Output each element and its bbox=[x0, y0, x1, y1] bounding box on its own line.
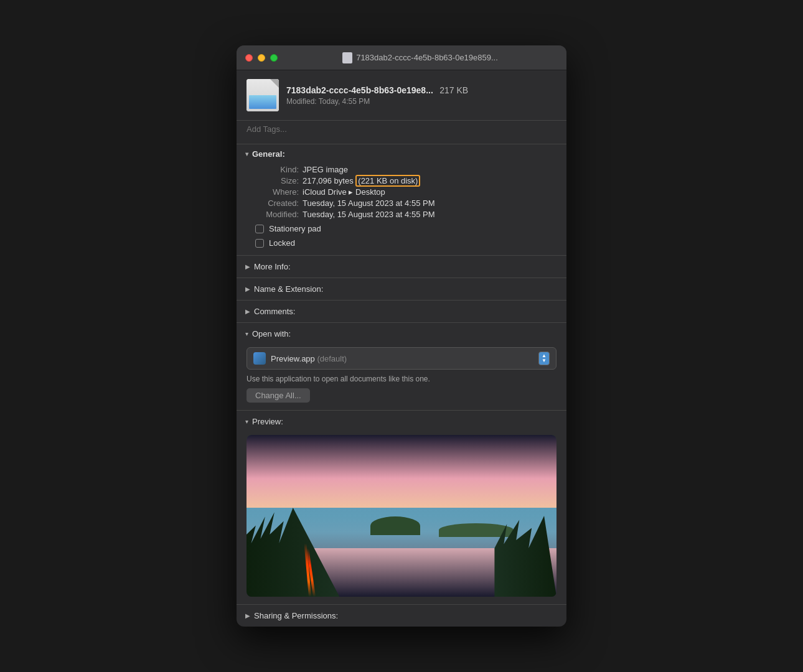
chevron-right-icon: ▶ bbox=[245, 286, 250, 292]
app-selector[interactable]: Preview.app (default) ▲ ▼ bbox=[247, 347, 556, 370]
kind-value: JPEG image bbox=[303, 165, 348, 174]
file-header: 7183dab2-cccc-4e5b-8b63-0e19e8... 217 KB… bbox=[237, 70, 566, 121]
modified-row: Modified: Tuesday, 15 August 2023 at 4:5… bbox=[249, 210, 554, 219]
sharing-label: Sharing & Permissions: bbox=[254, 611, 338, 620]
file-title-icon bbox=[342, 52, 352, 63]
file-info: 7183dab2-cccc-4e5b-8b63-0e19e8... 217 KB… bbox=[286, 85, 556, 106]
app-default-text: (default) bbox=[317, 354, 347, 363]
open-with-label: Open with: bbox=[252, 329, 291, 338]
modified-value: Tuesday, 15 August 2023 at 4:55 PM bbox=[303, 210, 434, 219]
tags-section[interactable] bbox=[244, 121, 559, 138]
preview-image bbox=[247, 435, 556, 597]
stationery-pad-label: Stationery pad bbox=[269, 224, 321, 233]
name-extension-section: ▶ Name & Extension: bbox=[237, 278, 566, 300]
general-section: ▾ General: Kind: JPEG image Size: 217,09… bbox=[237, 144, 566, 255]
size-value: 217,096 bytes (221 KB on disk) bbox=[303, 176, 420, 185]
sharing-section: ▶ Sharing & Permissions: bbox=[237, 604, 566, 627]
kind-row: Kind: JPEG image bbox=[249, 165, 554, 174]
maximize-button[interactable] bbox=[270, 54, 278, 62]
island-1 bbox=[370, 516, 420, 535]
file-icon-fold bbox=[270, 79, 279, 88]
app-name: Preview.app (default) bbox=[271, 354, 533, 363]
general-section-header[interactable]: ▾ General: bbox=[237, 144, 566, 164]
general-section-content: Kind: JPEG image Size: 217,096 bytes (22… bbox=[237, 164, 566, 255]
open-with-content: Preview.app (default) ▲ ▼ Use this appli… bbox=[237, 345, 566, 410]
created-label: Created: bbox=[249, 198, 299, 208]
where-label: Where: bbox=[249, 187, 299, 197]
locked-row[interactable]: Locked bbox=[255, 238, 554, 248]
window-title: 7183dab2-cccc-4e5b-8b63-0e19e859... bbox=[283, 52, 558, 63]
file-icon-preview bbox=[249, 95, 276, 109]
name-extension-header[interactable]: ▶ Name & Extension: bbox=[237, 278, 566, 300]
size-bytes: 217,096 bytes bbox=[303, 176, 354, 185]
locked-checkbox[interactable] bbox=[255, 239, 264, 248]
close-button[interactable] bbox=[245, 54, 253, 62]
general-section-label: General: bbox=[252, 149, 285, 159]
titlebar: 7183dab2-cccc-4e5b-8b63-0e19e859... bbox=[237, 45, 566, 70]
window-title-text: 7183dab2-cccc-4e5b-8b63-0e19e859... bbox=[356, 53, 498, 62]
preview-header[interactable]: ▾ Preview: bbox=[237, 411, 566, 432]
locked-label: Locked bbox=[269, 238, 295, 248]
more-info-label: More Info: bbox=[254, 262, 291, 271]
file-modified: Modified: Today, 4:55 PM bbox=[286, 97, 556, 106]
comments-label: Comments: bbox=[254, 307, 295, 316]
size-row: Size: 217,096 bytes (221 KB on disk) bbox=[249, 176, 554, 185]
chevron-down-icon: ▾ bbox=[245, 330, 248, 337]
app-name-text: Preview.app bbox=[271, 354, 315, 363]
more-info-header[interactable]: ▶ More Info: bbox=[237, 256, 566, 278]
file-name-row: 7183dab2-cccc-4e5b-8b63-0e19e8... 217 KB bbox=[286, 85, 556, 96]
size-label: Size: bbox=[249, 176, 299, 185]
comments-header[interactable]: ▶ Comments: bbox=[237, 301, 566, 322]
tags-input-field[interactable] bbox=[244, 121, 559, 138]
app-stepper[interactable]: ▲ ▼ bbox=[538, 352, 550, 365]
stepper-down-icon[interactable]: ▼ bbox=[542, 358, 547, 363]
preview-app-icon bbox=[253, 352, 266, 365]
stationery-pad-checkbox[interactable] bbox=[255, 225, 264, 233]
sky-gradient bbox=[247, 435, 556, 508]
chevron-down-icon: ▾ bbox=[245, 418, 248, 425]
road bbox=[293, 500, 371, 597]
comments-section: ▶ Comments: bbox=[237, 300, 566, 322]
preview-section: ▾ Preview: bbox=[237, 410, 566, 604]
stationery-pad-row[interactable]: Stationery pad bbox=[255, 224, 554, 233]
name-extension-label: Name & Extension: bbox=[254, 284, 323, 294]
created-value: Tuesday, 15 August 2023 at 4:55 PM bbox=[303, 198, 434, 208]
chevron-right-icon: ▶ bbox=[245, 308, 250, 315]
preview-content bbox=[237, 432, 566, 604]
sharing-header[interactable]: ▶ Sharing & Permissions: bbox=[237, 605, 566, 627]
more-info-section: ▶ More Info: bbox=[237, 255, 566, 278]
chevron-down-icon: ▾ bbox=[245, 151, 248, 157]
file-name: 7183dab2-cccc-4e5b-8b63-0e19e8... bbox=[286, 85, 433, 95]
modified-label: Modified: bbox=[249, 210, 299, 219]
file-icon bbox=[247, 79, 279, 111]
where-value: iCloud Drive ▸ Desktop bbox=[303, 187, 385, 197]
open-with-description: Use this application to open all documen… bbox=[247, 375, 556, 383]
change-all-button[interactable]: Change All... bbox=[247, 388, 310, 403]
info-window: 7183dab2-cccc-4e5b-8b63-0e19e859... 7183… bbox=[237, 45, 566, 627]
where-row: Where: iCloud Drive ▸ Desktop bbox=[249, 187, 554, 197]
chevron-right-icon: ▶ bbox=[245, 612, 250, 619]
file-size: 217 KB bbox=[439, 85, 468, 95]
preview-canvas bbox=[247, 435, 556, 597]
open-with-section: ▾ Open with: Preview.app (default) ▲ ▼ U… bbox=[237, 322, 566, 410]
chevron-right-icon: ▶ bbox=[245, 263, 250, 270]
size-disk: (221 KB on disk) bbox=[355, 175, 420, 187]
created-row: Created: Tuesday, 15 August 2023 at 4:55… bbox=[249, 198, 554, 208]
preview-label: Preview: bbox=[252, 417, 283, 426]
kind-label: Kind: bbox=[249, 165, 299, 174]
minimize-button[interactable] bbox=[258, 54, 265, 62]
open-with-header[interactable]: ▾ Open with: bbox=[237, 323, 566, 345]
